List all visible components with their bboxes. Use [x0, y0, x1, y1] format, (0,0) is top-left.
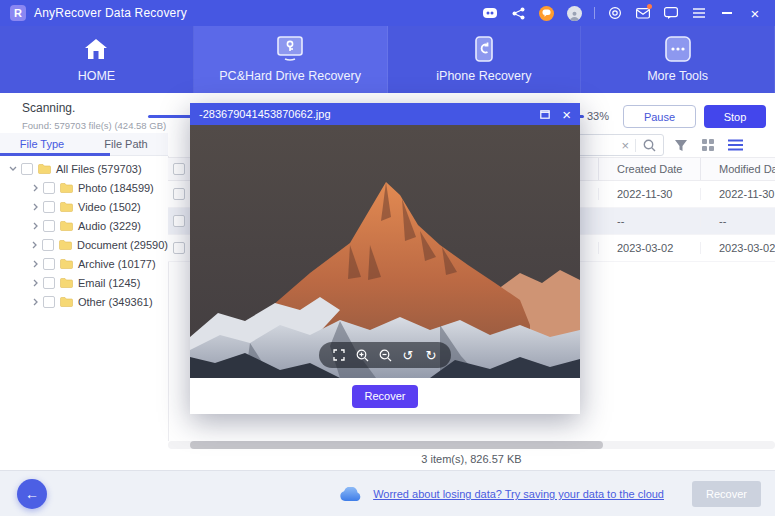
cell-created-date: 2023-03-02	[598, 242, 700, 254]
account-icon[interactable]	[566, 5, 582, 21]
tab-file-path[interactable]: File Path	[84, 133, 168, 155]
chevron-right-icon[interactable]	[30, 279, 40, 287]
modal-recover-button[interactable]: Recover	[352, 385, 418, 408]
stop-button[interactable]: Stop	[704, 105, 766, 128]
back-button[interactable]: ←	[17, 479, 47, 509]
preview-modal-titlebar[interactable]: -283679041453870662.jpg ×	[190, 103, 580, 125]
tree-item-checkbox[interactable]	[21, 163, 33, 175]
pause-button[interactable]: Pause	[623, 105, 696, 128]
search-clear-icon[interactable]: ×	[615, 139, 636, 152]
tree-item-count: (10177)	[118, 258, 156, 270]
tree-item-checkbox[interactable]	[43, 182, 55, 194]
chevron-right-icon[interactable]	[30, 222, 40, 230]
horizontal-scrollbar-thumb[interactable]	[190, 441, 603, 449]
share-icon[interactable]	[510, 5, 526, 21]
tree-item-count: (184599)	[110, 182, 154, 194]
iphone-recovery-icon	[475, 36, 493, 62]
tree-item[interactable]: Photo (184599)	[0, 178, 168, 197]
discord-icon[interactable]	[482, 5, 498, 21]
tree-item-checkbox[interactable]	[43, 258, 55, 270]
filter-icon[interactable]	[672, 136, 690, 154]
column-modified-date[interactable]: Modified Date	[700, 158, 775, 180]
tree-item-count: (349361)	[109, 296, 153, 308]
panel-loading-indicator	[0, 153, 110, 156]
scan-progress-percent: 33%	[587, 110, 609, 122]
titlebar-divider	[594, 7, 595, 19]
zoom-in-icon[interactable]	[354, 347, 370, 363]
scan-found-count: Found: 579703 file(s) (424.58 GB)	[22, 120, 166, 131]
tab-iphone-recovery[interactable]: iPhone Recovery	[388, 26, 582, 93]
tree-item-checkbox[interactable]	[43, 296, 55, 308]
column-created-date[interactable]: Created Date	[598, 158, 700, 180]
support-chat-icon[interactable]	[538, 5, 554, 21]
rotate-right-icon[interactable]: ↻	[423, 347, 439, 363]
close-icon[interactable]: ×	[747, 5, 763, 21]
preview-file-name: -283679041453870662.jpg	[199, 108, 528, 120]
tree-item-label: All Files	[56, 163, 95, 175]
tree-item[interactable]: Other (349361)	[0, 292, 168, 311]
cell-created-date: --	[598, 215, 700, 227]
mountain-photo	[190, 125, 580, 378]
tree-item[interactable]: Email (1245)	[0, 273, 168, 292]
chevron-right-icon[interactable]	[30, 203, 40, 211]
search-icon[interactable]	[636, 139, 663, 152]
app-title: AnyRecover Data Recovery	[34, 6, 187, 20]
preview-modal-footer: Recover	[190, 378, 580, 414]
grid-view-icon[interactable]	[699, 136, 717, 154]
minimize-icon[interactable]	[719, 5, 735, 21]
tree-item[interactable]: Audio (3229)	[0, 216, 168, 235]
folder-icon	[38, 163, 51, 174]
file-type-tree: All Files (579703) Photo (184599)	[0, 159, 168, 311]
tree-item-count: (29590)	[130, 239, 168, 251]
tree-item-checkbox[interactable]	[43, 201, 55, 213]
tree-item[interactable]: Archive (10177)	[0, 254, 168, 273]
tree-item-label: Archive	[78, 258, 115, 270]
tree-item[interactable]: All Files (579703)	[0, 159, 168, 178]
tree-item-label: Audio	[78, 220, 106, 232]
tree-item-label: Photo	[78, 182, 107, 194]
chevron-right-icon[interactable]	[30, 241, 39, 249]
chevron-down-icon[interactable]	[8, 166, 18, 171]
footer-recover-button[interactable]: Recover	[692, 481, 761, 507]
mail-notification-dot	[647, 4, 652, 9]
tree-item-checkbox[interactable]	[42, 239, 54, 251]
folder-icon	[60, 277, 73, 288]
chevron-right-icon[interactable]	[30, 260, 40, 268]
mail-icon[interactable]	[635, 5, 651, 21]
tree-item-label: Other	[78, 296, 106, 308]
menu-icon[interactable]	[691, 5, 707, 21]
maximize-icon[interactable]	[540, 110, 550, 119]
cloud-icon	[339, 487, 363, 502]
fullscreen-icon[interactable]	[331, 347, 347, 363]
select-all-checkbox[interactable]	[173, 163, 185, 175]
row-checkbox[interactable]	[173, 242, 185, 254]
chevron-right-icon[interactable]	[30, 298, 40, 306]
list-view-icon[interactable]	[726, 136, 744, 154]
tab-file-type[interactable]: File Type	[0, 133, 84, 155]
record-icon[interactable]	[607, 5, 623, 21]
titlebar: R AnyRecover Data Recovery	[0, 0, 775, 26]
tree-item-checkbox[interactable]	[43, 277, 55, 289]
tree-item-count: (3229)	[109, 220, 141, 232]
main-nav: HOME PC&Hard Drive Recovery iPhone Recov…	[0, 26, 775, 93]
tree-item-count: (1502)	[109, 201, 141, 213]
chevron-right-icon[interactable]	[30, 184, 40, 192]
home-icon	[83, 36, 109, 62]
cloud-backup-link[interactable]: Worred about losing data? Try saving you…	[373, 488, 664, 500]
zoom-out-icon[interactable]	[377, 347, 393, 363]
preview-image: ↺ ↻	[190, 125, 580, 378]
chat-bubble-icon[interactable]	[663, 5, 679, 21]
tab-more-tools[interactable]: More Tools	[581, 26, 775, 93]
tree-item-label: Document	[77, 239, 127, 251]
modal-close-icon[interactable]: ×	[562, 107, 571, 122]
nav-tab-label: HOME	[78, 69, 116, 83]
more-tools-icon	[665, 36, 691, 62]
row-checkbox[interactable]	[173, 188, 185, 200]
tab-pc-hard-drive-recovery[interactable]: PC&Hard Drive Recovery	[194, 26, 388, 93]
tab-home[interactable]: HOME	[0, 26, 194, 93]
row-checkbox[interactable]	[173, 215, 185, 227]
tree-item[interactable]: Document (29590)	[0, 235, 168, 254]
tree-item[interactable]: Video (1502)	[0, 197, 168, 216]
rotate-left-icon[interactable]: ↺	[400, 347, 416, 363]
tree-item-checkbox[interactable]	[43, 220, 55, 232]
